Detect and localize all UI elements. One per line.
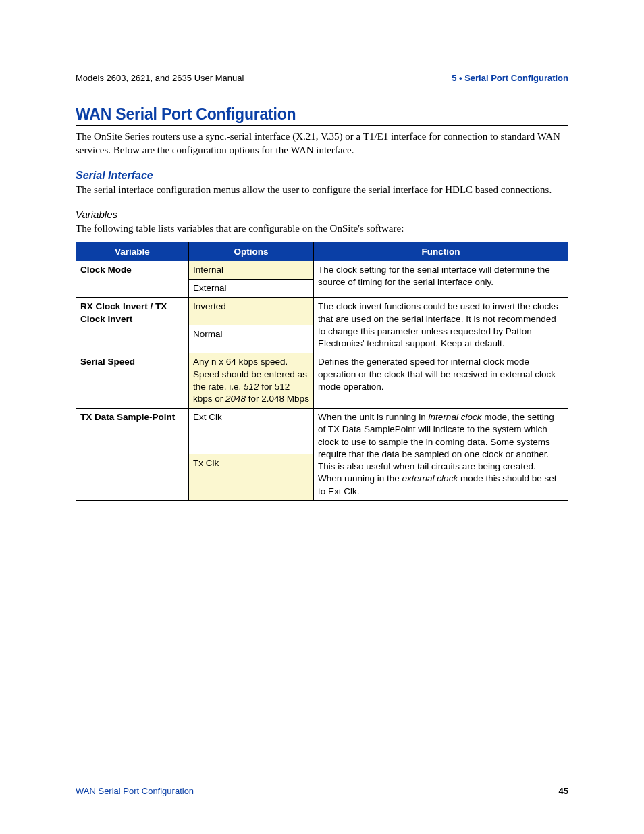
var-clock-invert: RX Clock Invert / TX Clock Invert [76,298,189,353]
table-row: RX Clock Invert / TX Clock Invert Invert… [76,298,568,325]
opt-serial-speed: Any n x 64 kbps speed. Speed should be e… [189,353,314,409]
opt-normal: Normal [189,325,314,353]
title-rule [76,125,568,126]
variables-intro: The following table lists variables that… [76,221,568,235]
intro-paragraph: The OnSite Series routers use a sync.-se… [76,130,568,157]
header-right: 5 • Serial Port Configuration [452,73,568,83]
footer-left: WAN Serial Port Configuration [76,786,194,796]
th-function: Function [314,242,568,261]
th-options: Options [189,242,314,261]
var-tx-samplepoint: TX Data Sample-Point [76,409,189,501]
fn-serial-speed: Defines the generated speed for internal… [314,353,568,409]
fn-clock-mode: The clock setting for the serial interfa… [314,261,568,298]
var-clock-mode: Clock Mode [76,261,189,298]
variables-heading: Variables [76,209,568,220]
fn-tx-samplepoint: When the unit is running in internal clo… [314,409,568,501]
section-title: WAN Serial Port Configuration [76,105,568,124]
table-row: TX Data Sample-Point Ext Clk When the un… [76,409,568,454]
opt-tx-clk: Tx Clk [189,454,314,500]
header-left: Models 2603, 2621, and 2635 User Manual [76,73,244,83]
page-footer: WAN Serial Port Configuration 45 [76,786,568,796]
page-header: Models 2603, 2621, and 2635 User Manual … [76,73,568,83]
variables-table: Variable Options Function Clock Mode Int… [76,242,568,501]
th-variable: Variable [76,242,189,261]
opt-external: External [189,280,314,298]
opt-inverted: Inverted [189,298,314,325]
fn-clock-invert: The clock invert functions could be used… [314,298,568,353]
table-row: Clock Mode Internal The clock setting fo… [76,261,568,280]
serial-interface-heading: Serial Interface [76,170,568,182]
header-rule [76,86,568,86]
serial-interface-paragraph: The serial interface configuration menus… [76,183,568,197]
page-number: 45 [559,786,568,796]
opt-ext-clk: Ext Clk [189,409,314,454]
opt-internal: Internal [189,261,314,280]
table-row: Serial Speed Any n x 64 kbps speed. Spee… [76,353,568,409]
var-serial-speed: Serial Speed [76,353,189,409]
